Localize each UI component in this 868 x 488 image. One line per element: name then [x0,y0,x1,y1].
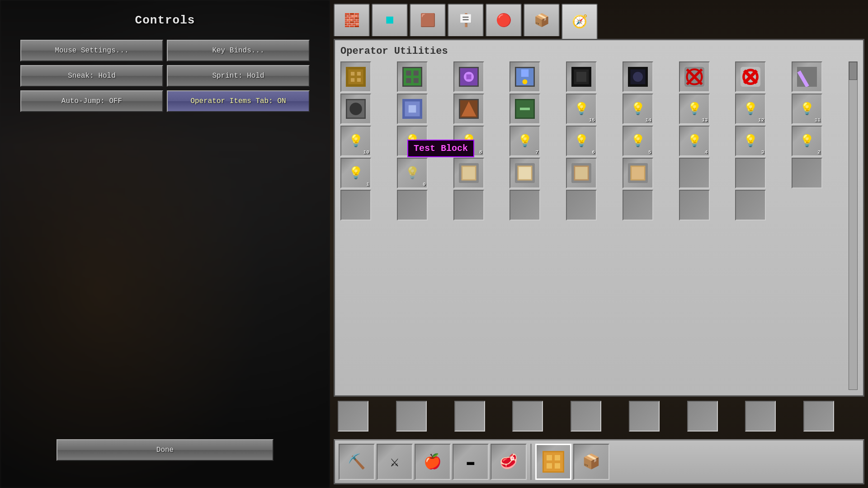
item-empty-r5-4[interactable] [453,190,484,221]
inv-slot-9[interactable] [803,401,834,432]
item-empty-r5-5[interactable] [509,190,540,221]
command-block-hot-icon [542,451,564,473]
item-light-9[interactable]: 💡 9 [397,126,428,156]
grid-with-scroll: 💡 15 💡 14 💡 13 💡 12 [340,61,858,390]
item-light-5[interactable]: 💡 5 [623,126,653,156]
item-command-block[interactable] [340,61,371,92]
svg-rect-53 [519,167,532,179]
item-r2-3[interactable] [453,94,484,124]
inv-slot-6[interactable] [629,401,660,432]
mouse-settings-button[interactable]: Mouse Settings... [20,40,163,61]
hotbar-chest[interactable]: 📦 [573,444,609,480]
operator-items-button[interactable]: Operator Items Tab: ON [167,90,310,112]
item-light-8[interactable]: 💡 8 [453,126,484,156]
apple-icon: 🍎 [424,453,442,471]
hotbar-meat[interactable]: 🥩 [491,444,527,480]
inv-slot-4[interactable] [512,401,543,432]
item-empty-r4-8[interactable] [679,158,710,188]
hotbar-command-block[interactable] [535,444,571,480]
item-light-10[interactable]: 💡 10 [340,126,371,156]
inv-slot-8[interactable] [745,401,776,432]
item-empty-r5-7[interactable] [623,190,653,221]
tab-redstone[interactable]: 🔴 [486,4,522,36]
item-empty-r5-9[interactable] [735,190,766,221]
item-light-2[interactable]: 💡 2 [792,126,822,156]
item-empty-r5-6[interactable] [566,190,597,221]
item-jigsaw[interactable] [453,61,484,92]
item-r2-1[interactable] [340,94,371,124]
item-light-13[interactable]: 💡 13 [679,94,710,124]
item-light-0[interactable]: 💡 0 [397,158,428,188]
tab-operator[interactable]: 🧭 [561,4,598,39]
svg-rect-15 [466,75,471,80]
item-frame-4[interactable] [623,158,653,188]
item-light-14[interactable]: 💡 14 [623,94,653,124]
ingot-icon: ▬ [467,455,475,469]
done-button[interactable]: Done [57,439,274,461]
key-binds-button[interactable]: Key Binds... [167,40,310,61]
svg-rect-47 [520,108,530,110]
item-black-block[interactable] [566,61,597,92]
item-empty-r5-2[interactable] [340,190,371,221]
tab-chest[interactable]: 📦 [524,4,560,36]
item-frame-3[interactable] [566,158,597,188]
sprint-button[interactable]: Sprint: Hold [167,65,310,87]
item-barrier-x[interactable] [679,61,710,92]
item-stick[interactable] [792,61,822,92]
item-frame-2[interactable] [509,158,540,188]
tab-nature[interactable]: ■ [372,4,408,36]
nature-icon: ■ [379,9,401,31]
svg-rect-50 [462,167,475,179]
item-r2-2[interactable] [397,94,428,124]
inv-slot-1[interactable] [338,401,368,432]
svg-rect-18 [521,70,529,77]
item-light-1[interactable]: 💡 1 [340,158,371,188]
inv-slot-3[interactable] [454,401,485,432]
tab-tools[interactable]: 🪧 [448,4,484,36]
scrollbar-thumb[interactable] [849,62,857,80]
svg-rect-2 [351,72,354,75]
svg-rect-1 [349,70,363,84]
dirt-icon: 🟫 [417,9,439,31]
item-structure-block[interactable] [397,61,428,92]
item-frame-1[interactable] [453,158,484,188]
hotbar-ingot[interactable]: ▬ [453,444,489,480]
item-empty-r4-9[interactable] [735,158,766,188]
scrollbar[interactable] [849,61,858,390]
svg-point-38 [349,103,362,115]
done-button-wrap: Done [57,439,274,461]
light-2-count: 2 [818,150,821,155]
auto-jump-button[interactable]: Auto-Jump: OFF [20,90,163,112]
tools-icon: 🪧 [455,9,476,31]
item-light-12[interactable]: 💡 12 [735,94,766,124]
hotbar-pickaxe[interactable]: ⛏️ [339,444,375,480]
item-debug-stick[interactable] [509,61,540,92]
item-light-3[interactable]: 💡 3 [735,126,766,156]
inventory-panel: 🧱 ■ 🟫 🪧 🔴 📦 🧭 Operator Utilities [330,0,868,488]
svg-rect-65 [555,463,560,469]
item-light-7[interactable]: 💡 7 [509,126,540,156]
inv-slot-2[interactable] [396,401,427,432]
item-light-15[interactable]: 💡 15 [566,94,597,124]
sneak-button[interactable]: Sneak: Hold [20,65,163,87]
controls-row-1: Mouse Settings... Key Binds... [20,40,310,61]
item-barrier[interactable] [735,61,766,92]
item-light-11[interactable]: 💡 11 [792,94,822,124]
items-grid-area: 💡 15 💡 14 💡 13 💡 12 [340,61,847,390]
inv-slot-7[interactable] [687,401,718,432]
hotbar-sword[interactable]: ⚔️ [377,444,413,480]
item-light-4[interactable]: 💡 4 [679,126,710,156]
item-light-6[interactable]: 💡 6 [566,126,597,156]
item-empty-r5-8[interactable] [679,190,710,221]
item-empty-r5-3[interactable] [397,190,428,221]
item-empty-r5-1[interactable] [792,158,822,188]
controls-panel: Controls Mouse Settings... Key Binds... … [0,0,330,488]
light-4-count: 4 [705,150,708,155]
item-black-block2[interactable] [623,61,653,92]
inv-slot-5[interactable] [571,401,601,432]
hotbar-apple[interactable]: 🍎 [415,444,451,480]
tab-building[interactable]: 🧱 [334,4,370,36]
tab-dirt[interactable]: 🟫 [410,4,446,36]
svg-rect-10 [406,78,411,83]
item-r2-4[interactable] [509,94,540,124]
